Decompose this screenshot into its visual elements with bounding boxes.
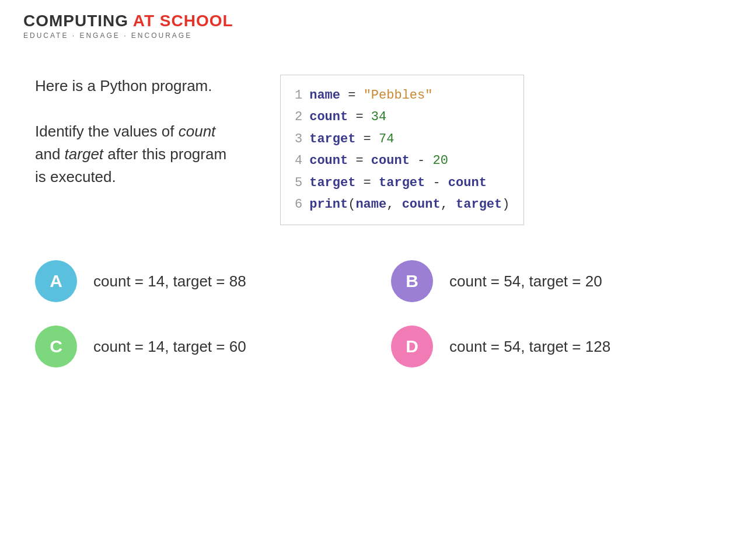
line-num-4: 4 bbox=[295, 150, 309, 172]
code-line-1: 1 name = "Pebbles" bbox=[295, 85, 509, 106]
option-c[interactable]: C count = 14, target = 60 bbox=[35, 326, 356, 368]
code-text-5: target = target - count bbox=[309, 172, 509, 194]
code-line-3: 3 target = 74 bbox=[295, 128, 509, 150]
code-line-5: 5 target = target - count bbox=[295, 172, 509, 194]
badge-b[interactable]: B bbox=[391, 260, 433, 302]
question-italic-target: target bbox=[65, 145, 104, 163]
option-a-label: count = 14, target = 88 bbox=[93, 272, 246, 290]
question-task: Identify the values of count and target … bbox=[35, 120, 233, 188]
line-num-2: 2 bbox=[295, 106, 309, 128]
badge-c[interactable]: C bbox=[35, 326, 77, 368]
option-b[interactable]: B count = 54, target = 20 bbox=[391, 260, 712, 302]
option-d[interactable]: D count = 54, target = 128 bbox=[391, 326, 712, 368]
header: COMPUTING AT SCHOOL EDUCATE · ENGAGE · E… bbox=[0, 0, 747, 46]
question-intro: Here is a Python program. bbox=[35, 75, 233, 97]
option-a[interactable]: A count = 14, target = 88 bbox=[35, 260, 356, 302]
option-d-label: count = 54, target = 128 bbox=[449, 338, 610, 356]
line-num-1: 1 bbox=[295, 85, 309, 106]
question-text: Here is a Python program. Identify the v… bbox=[35, 75, 233, 188]
line-num-3: 3 bbox=[295, 128, 309, 150]
main-content: Here is a Python program. Identify the v… bbox=[0, 46, 747, 243]
line-num-6: 6 bbox=[295, 194, 309, 215]
logo-at-school: AT SCHOOL bbox=[133, 12, 233, 30]
option-c-label: count = 14, target = 60 bbox=[93, 338, 246, 356]
code-text-2: count = 34 bbox=[309, 106, 509, 128]
code-line-4: 4 count = count - 20 bbox=[295, 150, 509, 172]
badge-a[interactable]: A bbox=[35, 260, 77, 302]
code-text-6: print(name, count, target) bbox=[309, 194, 509, 215]
code-line-2: 2 count = 34 bbox=[295, 106, 509, 128]
logo-computing: COMPUTING bbox=[23, 12, 133, 30]
code-text-1: name = "Pebbles" bbox=[309, 85, 509, 106]
code-table: 1 name = "Pebbles" 2 count = 34 3 target… bbox=[295, 85, 509, 215]
code-text-3: target = 74 bbox=[309, 128, 509, 150]
code-block: 1 name = "Pebbles" 2 count = 34 3 target… bbox=[280, 75, 524, 225]
option-b-label: count = 54, target = 20 bbox=[449, 272, 602, 290]
code-text-4: count = count - 20 bbox=[309, 150, 509, 172]
question-italic-count: count bbox=[179, 123, 216, 140]
line-num-5: 5 bbox=[295, 172, 309, 194]
logo: COMPUTING AT SCHOOL EDUCATE · ENGAGE · E… bbox=[23, 12, 724, 40]
badge-d[interactable]: D bbox=[391, 326, 433, 368]
logo-subtitle: EDUCATE · ENGAGE · ENCOURAGE bbox=[23, 32, 724, 40]
code-line-6: 6 print(name, count, target) bbox=[295, 194, 509, 215]
options-area: A count = 14, target = 88 B count = 54, … bbox=[0, 243, 747, 402]
